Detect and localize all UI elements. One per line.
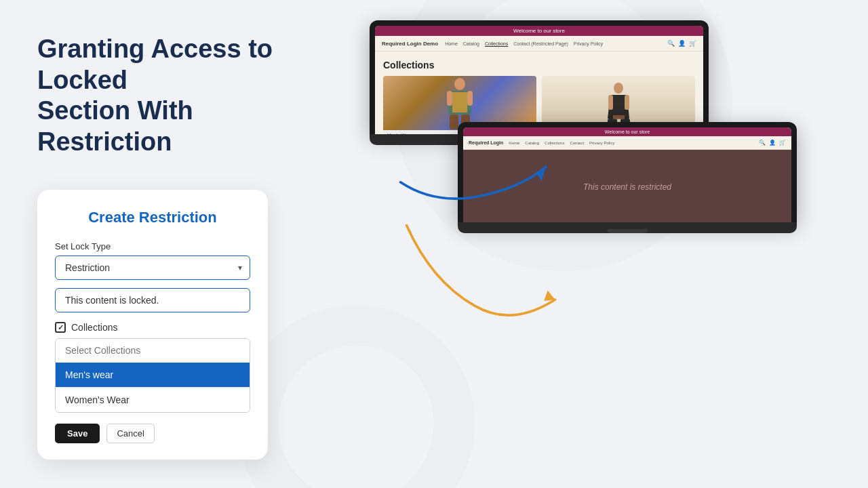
laptop-2-shell: Welcome to our store Required Login Home… (458, 122, 797, 222)
restricted-nav-links: Home Catalog Collections Contact Privacy… (509, 141, 753, 145)
nav-link-catalog: Catalog (463, 41, 479, 46)
cancel-button[interactable]: Cancel (106, 424, 154, 443)
lock-type-select[interactable]: Restriction (55, 256, 250, 280)
collections-dropdown: Men's wear Women's Wear (55, 338, 250, 413)
store-top-bar: Welcome to our store (375, 26, 703, 36)
restricted-content-area: This content is restricted (463, 150, 791, 222)
laptop-1-shell: Welcome to our store Required Login Demo… (370, 20, 709, 134)
form-card: Create Restriction Set Lock Type Restric… (37, 190, 268, 460)
r-nav-privacy: Privacy Policy (589, 141, 614, 145)
store-page-title: Collections (383, 60, 695, 70)
laptop-2-base (458, 222, 797, 233)
store-nav: Required Login Demo Home Catalog Collect… (375, 36, 703, 52)
collection-item-womens[interactable]: Women's Wear (56, 387, 250, 412)
r-cart-icon: 🛒 (779, 140, 786, 146)
form-card-title: Create Restriction (55, 209, 250, 226)
collections-label: Collections (71, 322, 117, 333)
svg-rect-11 (625, 95, 629, 110)
main-container: Granting Access to Locked Section With R… (0, 0, 868, 488)
laptop-2: Welcome to our store Required Login Home… (458, 122, 797, 233)
r-search-icon: 🔍 (759, 140, 766, 146)
collection-item-mens[interactable]: Men's wear (56, 363, 250, 387)
button-row: Save Cancel (55, 424, 250, 443)
laptop-2-screen: Welcome to our store Required Login Home… (463, 127, 791, 222)
r-nav-catalog: Catalog (525, 141, 539, 145)
search-icon: 🔍 (667, 40, 675, 47)
svg-rect-2 (452, 92, 467, 113)
laptop-1-screen: Welcome to our store Required Login Demo… (375, 26, 703, 134)
cart-icon: 🛒 (689, 40, 696, 47)
r-nav-collections: Collections (545, 141, 564, 145)
restricted-top-bar: Welcome to our store (463, 127, 791, 136)
nav-link-home: Home (445, 41, 458, 46)
nav-link-collections: Collections (485, 41, 508, 46)
nav-link-privacy: Privacy Policy (574, 41, 604, 46)
restricted-message: This content is restricted (583, 182, 671, 192)
svg-point-0 (454, 78, 465, 90)
store-brand: Required Login Demo (382, 41, 438, 47)
save-button[interactable]: Save (55, 424, 100, 443)
svg-rect-5 (447, 91, 452, 106)
page-title: Granting Access to Locked Section With R… (37, 34, 329, 157)
r-nav-contact: Contact (570, 141, 584, 145)
nav-link-contact: Contact (Restricted Page) (513, 41, 568, 46)
collections-checkbox-row: Collections (55, 322, 250, 333)
collections-search-input[interactable] (56, 339, 250, 363)
user-icon: 👤 (678, 40, 686, 47)
svg-rect-10 (608, 95, 613, 110)
svg-point-7 (614, 83, 623, 94)
restricted-icons: 🔍 👤 🛒 (759, 140, 786, 146)
r-user-icon: 👤 (769, 140, 776, 146)
store-nav-links: Home Catalog Collections Contact (Restri… (445, 41, 660, 46)
store-icons: 🔍 👤 🛒 (667, 40, 696, 47)
collections-checkbox[interactable] (55, 322, 66, 333)
restricted-nav: Required Login Home Catalog Collections … (463, 136, 791, 150)
right-panel: Welcome to our store Required Login Demo… (329, 34, 831, 454)
r-nav-home: Home (509, 141, 519, 145)
lock-type-label: Set Lock Type (55, 241, 250, 251)
restricted-brand: Required Login (469, 140, 503, 145)
svg-marker-14 (544, 290, 555, 301)
svg-rect-6 (467, 91, 473, 106)
svg-rect-12 (613, 115, 625, 119)
lock-type-select-wrapper: Restriction ▾ (55, 256, 250, 280)
message-input[interactable] (55, 288, 250, 312)
left-panel: Granting Access to Locked Section With R… (37, 34, 329, 454)
